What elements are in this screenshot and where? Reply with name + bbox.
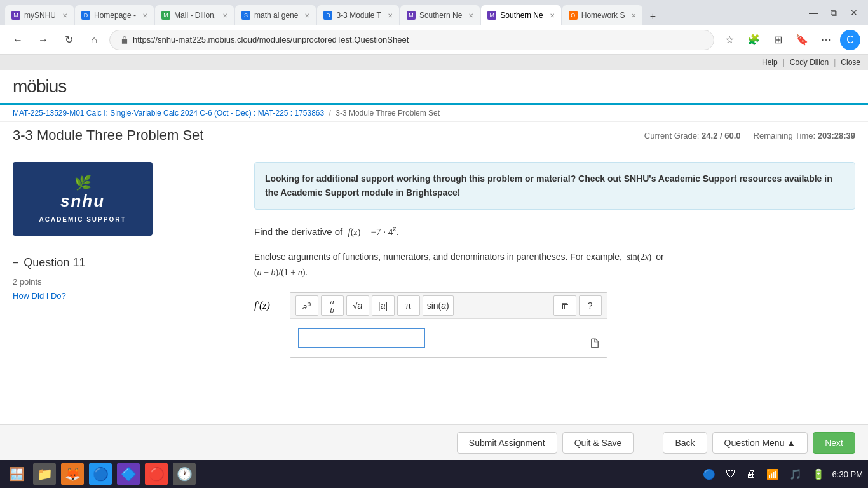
taskbar: 🪟 📁 🦊 🔵 🔷 🔴 🕐 🔵 🛡 🖨 📶 🎵 🔋 6:30 PM xyxy=(0,460,868,488)
pi-button[interactable]: π xyxy=(397,295,420,316)
tab-southern2[interactable]: M Southern Ne ✕ xyxy=(481,5,560,25)
user-name: Cody Dillon xyxy=(790,58,829,67)
tab-southern1[interactable]: M Southern Ne ✕ xyxy=(400,5,480,25)
back-button[interactable]: ← xyxy=(8,30,28,50)
power-button[interactable]: ab xyxy=(295,295,318,316)
taskbar-file-manager[interactable]: 📁 xyxy=(33,463,56,485)
tab-favicon-5: D xyxy=(323,11,332,20)
tab-favicon-4: S xyxy=(241,11,250,20)
taskbar-clock[interactable]: 🕐 xyxy=(173,463,196,485)
next-button[interactable]: Next xyxy=(813,432,855,454)
new-tab-button[interactable]: + xyxy=(644,8,661,25)
page-header: 3-3 Module Three Problem Set Current Gra… xyxy=(0,122,868,149)
answer-label: f′(z) = xyxy=(254,292,280,311)
quit-save-button[interactable]: Quit & Save xyxy=(562,432,634,454)
fraction-icon: a b xyxy=(329,298,336,314)
home-button[interactable]: ⌂ xyxy=(84,30,104,50)
back-nav-button[interactable]: Back xyxy=(663,432,707,454)
example-sin: sin(2x) xyxy=(625,252,656,262)
profile-avatar[interactable]: C xyxy=(840,30,860,50)
taskbar-icon4[interactable]: 🔷 xyxy=(117,463,140,485)
answer-area: f′(z) = ab a b xyxy=(254,292,855,358)
tab-label-1: mySNHU xyxy=(24,11,56,20)
minimize-button[interactable]: — xyxy=(804,4,822,22)
main-layout: 🌿 snhu ACADEMIC SUPPORT − Question 11 2 … xyxy=(0,149,868,447)
snhu-logo: 🌿 snhu xyxy=(25,175,140,211)
security-icon: 🛡 xyxy=(723,466,738,482)
reload-button[interactable]: ↻ xyxy=(58,30,79,50)
math-cursor-area[interactable] xyxy=(298,328,425,348)
bottom-toolbar: Submit Assignment Quit & Save Back Quest… xyxy=(0,424,868,460)
math-input-area[interactable] xyxy=(290,319,607,357)
tab-close-4[interactable]: ✕ xyxy=(304,12,309,19)
browser-tab-bar: M mySNHU ✕ D Homepage - ✕ M Mail - Dillo… xyxy=(0,0,868,25)
logo-text: möbius xyxy=(13,76,66,96)
close-link[interactable]: Close xyxy=(841,58,860,67)
page-meta: Current Grade: 24.2 / 60.0 Remaining Tim… xyxy=(644,131,855,140)
tab-module[interactable]: D 3-3 Module T ✕ xyxy=(317,5,398,25)
tab-close-7[interactable]: ✕ xyxy=(550,12,555,19)
example-frac: (a − b)/(1 + n). xyxy=(254,268,308,277)
lock-icon xyxy=(120,36,129,44)
math-editor[interactable]: ab a b √a |a| xyxy=(290,292,607,358)
tab-close-6[interactable]: ✕ xyxy=(468,12,473,19)
tab-close-1[interactable]: ✕ xyxy=(62,12,67,19)
settings-button[interactable]: ⋯ xyxy=(816,30,836,50)
support-banner: Looking for additional support working t… xyxy=(254,162,855,210)
page-title: 3-3 Module Three Problem Set xyxy=(13,127,203,144)
address-text: https://snhu-mat225.mobius.cloud/modules… xyxy=(133,35,409,44)
tab-favicon-6: M xyxy=(407,11,416,20)
address-bar-row: ← → ↻ ⌂ https://snhu-mat225.mobius.cloud… xyxy=(0,25,868,55)
taskbar-firefox[interactable]: 🦊 xyxy=(61,463,84,485)
question-menu-button[interactable]: Question Menu ▲ xyxy=(712,432,808,454)
submit-assignment-button[interactable]: Submit Assignment xyxy=(457,432,557,454)
sin-button[interactable]: sin(a) xyxy=(423,295,454,316)
collapse-icon[interactable]: − xyxy=(13,257,18,269)
tabs-container: M mySNHU ✕ D Homepage - ✕ M Mail - Dillo… xyxy=(5,0,661,25)
tab-close-5[interactable]: ✕ xyxy=(388,12,393,19)
banner-area: 🌿 snhu ACADEMIC SUPPORT xyxy=(13,162,228,246)
app-header: möbius xyxy=(0,70,868,105)
help-sep1: | xyxy=(783,58,785,67)
tab-close-8[interactable]: ✕ xyxy=(631,12,636,19)
split-view-button[interactable]: ⊞ xyxy=(768,30,788,50)
tab-close-2[interactable]: ✕ xyxy=(142,12,147,19)
fraction-button[interactable]: a b xyxy=(321,295,344,316)
breadcrumb-course[interactable]: MAT-225-13529-M01 Calc I: Single-Variabl… xyxy=(13,109,324,118)
restore-button[interactable]: ⧉ xyxy=(825,4,843,22)
tab-mysnhu[interactable]: M mySNHU ✕ xyxy=(5,5,74,25)
taskbar-chrome[interactable]: 🔵 xyxy=(89,463,112,485)
abs-button[interactable]: |a| xyxy=(372,295,395,316)
start-button[interactable]: 🪟 xyxy=(5,463,28,485)
question-instructions: Find the derivative of f(z) = −7 · 4z. xyxy=(254,222,855,240)
tab-label-3: Mail - Dillon, xyxy=(174,11,216,20)
tab-math-ai[interactable]: S math ai gene ✕ xyxy=(235,5,316,25)
how-did-i-do-link[interactable]: How Did I Do? xyxy=(13,291,66,301)
close-window-button[interactable]: ✕ xyxy=(845,4,863,22)
delete-icon: 🗑 xyxy=(560,301,569,311)
tab-favicon-1: M xyxy=(11,11,20,20)
tab-homepage[interactable]: D Homepage - ✕ xyxy=(75,5,154,25)
tab-close-3[interactable]: ✕ xyxy=(222,12,227,19)
tab-mail[interactable]: M Mail - Dillon, ✕ xyxy=(155,5,234,25)
bookmark-button[interactable]: 🔖 xyxy=(792,30,812,50)
star-button[interactable]: ☆ xyxy=(719,30,740,50)
tab-label-2: Homepage - xyxy=(94,11,136,20)
sqrt-button[interactable]: √a xyxy=(346,295,369,316)
tab-homework[interactable]: O Homework S ✕ xyxy=(562,5,643,25)
upload-icon[interactable] xyxy=(589,337,600,351)
snhu-leaf-icon: 🌿 xyxy=(74,175,92,191)
breadcrumb: MAT-225-13529-M01 Calc I: Single-Variabl… xyxy=(0,105,868,122)
tab-label-8: Homework S xyxy=(581,11,625,20)
forward-button[interactable]: → xyxy=(33,30,53,50)
time-label: Remaining Time: 203:28:39 xyxy=(754,131,855,140)
address-input[interactable]: https://snhu-mat225.mobius.cloud/modules… xyxy=(109,30,714,50)
help-button[interactable]: ? xyxy=(579,295,602,316)
delete-button[interactable]: 🗑 xyxy=(553,295,576,316)
help-link[interactable]: Help xyxy=(762,58,778,67)
bluetooth-icon: 🔵 xyxy=(700,466,718,483)
extension-button[interactable]: 🧩 xyxy=(743,30,764,50)
taskbar-icon5[interactable]: 🔴 xyxy=(145,463,168,485)
tab-favicon-3: M xyxy=(161,11,170,20)
power-icon: ab xyxy=(302,300,311,311)
